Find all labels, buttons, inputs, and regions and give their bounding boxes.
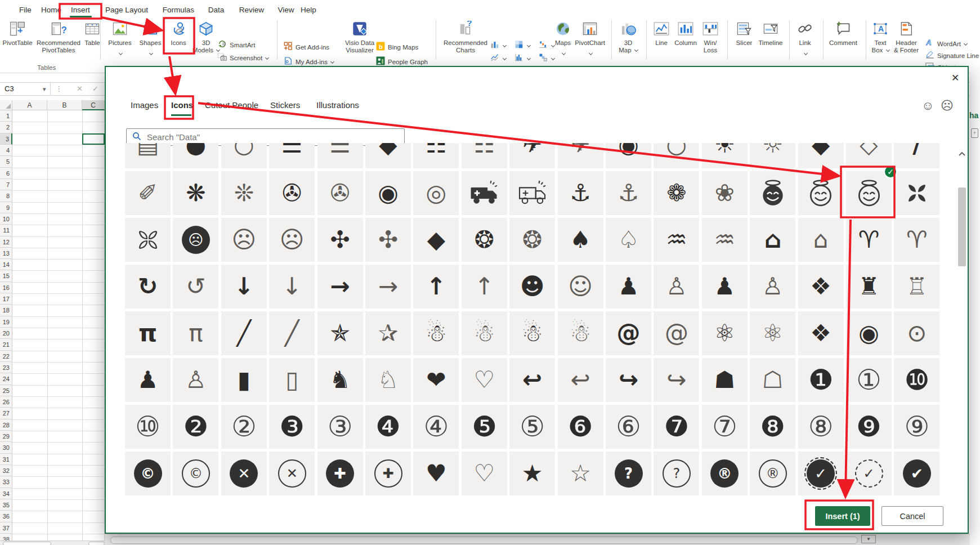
icon-cell-heart-filled[interactable]: ♥ [413,452,459,495]
icon-cell-sun-person-outline[interactable]: ☼ [750,143,795,168]
icon-cell-airplane-filled[interactable]: ✈ [509,143,555,168]
row-header-14[interactable]: 14 [0,259,12,270]
dialog-scrollbar[interactable] [956,147,968,545]
icon-cell-climber-filled[interactable]: ╱ [221,311,267,355]
dialog-tab-stickers[interactable]: Stickers [270,100,300,110]
icon-cell-badge-1-filled[interactable]: ❶ [798,358,844,402]
icon-cell-badge-10-filled[interactable]: ❿ [894,358,939,402]
icon-cell-arrow-right-filled[interactable]: → [317,265,363,309]
icon-cell-badge-5-outline[interactable]: ⑤ [509,405,555,449]
cancel-formula-icon[interactable]: ✕ [77,83,83,95]
icon-cell-badge-6-filled[interactable]: ❻ [558,405,603,449]
icon-cell-mitten-filled[interactable]: ● [173,143,218,168]
icon-cell-astronaut-outline[interactable]: ☃ [558,311,603,355]
tab-insert[interactable]: Insert [66,3,95,17]
row-header-20[interactable]: 20 [0,328,12,339]
icon-cell-badge-8-filled[interactable]: ❽ [750,405,795,449]
icon-cell-torii-gate-outline[interactable]: π [173,311,218,355]
row-header-7[interactable]: 7 [0,179,12,190]
row-header-25[interactable]: 25 [0,385,12,396]
icon-cell-ai-head-filled[interactable]: ☻ [509,265,555,309]
tab-page-layout[interactable]: Page Layout [104,3,149,17]
sheet-tab-fragment[interactable] [3,542,51,545]
cancel-button[interactable]: Cancel [881,506,943,526]
icon-cell-crawling-baby-filled[interactable]: ♞ [317,358,363,402]
ribbon-button-treemap-chart-mini[interactable] [514,40,530,51]
icon-cell-registered-filled[interactable]: ® [702,452,748,495]
icon-cell-question-outline[interactable]: ? [654,452,699,495]
icon-cell-artist-2-filled[interactable]: ♟ [702,265,748,309]
icon-cell-aquarius-filled[interactable]: ♒ [654,218,699,262]
row-header-35[interactable]: 35 [0,499,12,511]
row-header-30[interactable]: 30 [0,442,12,453]
icon-cell-badge-4-outline[interactable]: ④ [413,405,459,449]
icon-cell-antarctica-filled[interactable]: ◆ [413,218,459,262]
scrollbar-thumb[interactable] [958,187,966,266]
icon-cell-baby-filled[interactable]: ♟ [125,358,171,402]
icon-cell-baby-outline[interactable]: ♙ [173,358,218,402]
icon-cell-alarm-outline[interactable]: ○ [654,143,699,168]
ribbon-button-get-add-ins[interactable]: Get Add-ins [283,41,329,53]
row-header-23[interactable]: 23 [0,362,12,373]
icon-cell-atom-filled[interactable]: ⚛ [702,311,748,355]
icon-cell-yarn-ball-outline[interactable]: ❊ [221,171,267,215]
icon-cell-bridge-filled[interactable]: ☰ [269,143,315,168]
feedback-happy-icon[interactable]: ☺ [921,99,934,113]
row-header-9[interactable]: 9 [0,202,12,213]
row-header-29[interactable]: 29 [0,431,12,442]
icon-cell-anemone-clownfish-filled[interactable]: ❁ [654,171,699,215]
row-header-1[interactable]: 1 [0,110,12,122]
row-header-2[interactable]: 2 [0,122,12,133]
column-header-A[interactable]: A [12,100,47,110]
tab-review[interactable]: Review [238,3,265,17]
icon-cell-torii-gate-filled[interactable]: π [125,311,171,355]
row-header-16[interactable]: 16 [0,282,12,293]
icon-cell-star-filled[interactable]: ★ [509,452,555,495]
icon-cell-badge-8-outline[interactable]: ⑧ [798,405,844,449]
icon-cell-africa-map[interactable]: ◆ [365,143,411,168]
icon-cell-aries-filled[interactable]: ♈ [846,218,892,262]
icon-cell-angry-face-filled[interactable]: ☹ [173,218,218,262]
icon-cell-badge-4-filled[interactable]: ❹ [365,405,411,449]
ribbon-button-signature-line[interactable]: Signature Line [925,50,979,62]
ribbon-button-bing-maps[interactable]: bBing Maps [375,41,418,53]
icon-cell-badge-3-filled[interactable]: ❸ [269,405,315,449]
name-box-dropdown-icon[interactable]: ▾ [43,83,46,95]
icon-cell-smiling-face-halo-outline[interactable] [798,171,844,215]
row-header-4[interactable]: 4 [0,145,12,156]
icon-cell-sewing-needle[interactable]: ✐ [125,171,171,215]
icon-cell-aries-outline[interactable]: ♈ [894,218,939,262]
icon-cell-ambulance-outline[interactable] [509,171,555,215]
row-header-33[interactable]: 33 [0,476,12,488]
icon-cell-astronaut-woman-filled[interactable]: ☃ [413,311,459,355]
row-header-24[interactable]: 24 [0,373,12,385]
icon-cell-smiling-face-halo-selected[interactable] [846,171,892,215]
icon-cell-mitten-outline[interactable]: ○ [221,143,267,168]
icon-cell-badge-6-outline[interactable]: ⑥ [606,405,651,449]
ribbon-button-recommended-pivottables[interactable]: ?RecommendedPivotTables [33,20,84,54]
icon-cell-backpack-outline[interactable]: ☖ [750,358,795,402]
row-header-5[interactable]: 5 [0,156,12,167]
icon-cell-badge-1-outline[interactable]: ① [846,358,892,402]
horizontal-scrollbar[interactable] [110,537,858,544]
row-header-21[interactable]: 21 [0,339,12,350]
ribbon-button-link[interactable]: Link [794,20,816,58]
feedback-sad-icon[interactable]: ☹ [941,99,954,113]
icon-cell-ant-filled[interactable]: ✣ [317,218,363,262]
icon-cell-alien-outline[interactable]: ◇ [846,143,892,168]
row-header-31[interactable]: 31 [0,454,12,465]
enter-formula-icon[interactable]: ✓ [92,83,99,95]
row-header-13[interactable]: 13 [0,248,12,259]
icon-cell-australia-map[interactable]: ❖ [798,311,844,355]
row-header-15[interactable]: 15 [0,270,12,282]
icon-cell-add-outline[interactable]: ✚ [365,452,411,495]
icon-cell-anger-symbol-outline[interactable] [125,218,171,262]
row-header-11[interactable]: 11 [0,225,12,236]
icon-cell-back-arrow-outline[interactable]: ↩ [558,358,603,402]
icon-cell-artist-outline[interactable]: ♙ [654,265,699,309]
icon-cell-copyright-filled[interactable]: © [125,452,171,495]
icon-cell-pagoda-filled[interactable]: ♜ [846,265,892,309]
icon-cell-architecture-outline[interactable]: ⌂ [798,218,844,262]
row-header-27[interactable]: 27 [0,408,12,419]
icon-cell-badge-2-outline[interactable]: ② [221,405,267,449]
